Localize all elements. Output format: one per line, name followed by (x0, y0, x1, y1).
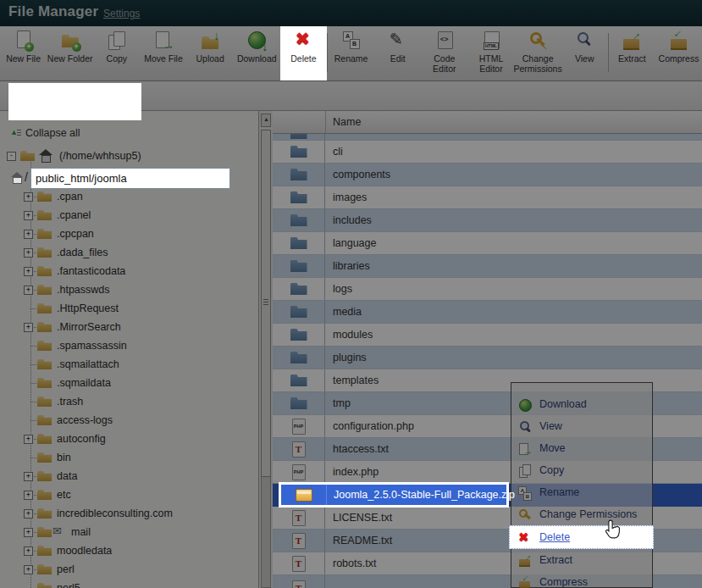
file-row[interactable]: modules (273, 324, 702, 347)
file-row[interactable]: plugins (273, 347, 702, 369)
toolbar-copy-button[interactable]: Copy (93, 26, 140, 80)
tree-expand-toggle[interactable] (24, 509, 33, 519)
sidebar-item[interactable]: .sqmaildata (0, 374, 258, 392)
sidebar-item[interactable]: .cpan (0, 187, 258, 206)
panel-splitter[interactable] (259, 111, 273, 588)
file-row[interactable]: media (273, 301, 702, 324)
toolbar-move-file-button[interactable]: Move File (140, 26, 186, 80)
folder-icon (290, 397, 307, 409)
move-icon (517, 441, 533, 456)
txt-icon (292, 441, 306, 458)
toolbar-code-editor-button[interactable]: Code Editor (421, 26, 467, 80)
sidebar-item[interactable]: .fantasticodata (0, 262, 258, 280)
tree-expand-toggle[interactable] (24, 323, 33, 332)
folder-icon (290, 169, 307, 180)
toolbar-edit-button[interactable]: Edit (374, 26, 421, 80)
sidebar-item[interactable]: .spamassassin (0, 336, 258, 355)
context-menu-item-compress[interactable]: Compress (511, 571, 652, 588)
sidebar-item[interactable]: bin (0, 448, 258, 467)
toolbar-html-editor-button[interactable]: HTML Editor (467, 26, 514, 80)
toolbar-change-permissions-button[interactable]: Change Permissions (515, 26, 561, 80)
sidebar-item[interactable]: .cpanel (0, 206, 258, 225)
sidebar-item[interactable]: moodledata (0, 541, 258, 560)
file-row[interactable]: includes (273, 209, 702, 232)
toolbar-button-label: Code Editor (421, 53, 467, 74)
file-name: language (325, 232, 376, 254)
collapse-all-button[interactable]: Collapse all (10, 127, 80, 139)
toolbar-upload-button[interactable]: Upload (187, 26, 234, 80)
tree-expand-toggle[interactable] (24, 286, 33, 295)
php-icon (292, 464, 306, 480)
file-name: LICENSE.txt (325, 507, 392, 529)
sidebar-item[interactable]: .cpcpan (0, 225, 258, 243)
toolbar-download-button[interactable]: Download (234, 26, 280, 80)
list-header[interactable]: Name (273, 111, 702, 134)
toolbar-new-file-button[interactable]: New File (0, 26, 47, 80)
highlight-box-selected-file[interactable]: Joomla_2.5.0-Stable-Full_Package.zip (279, 482, 509, 508)
context-menu-item-view[interactable]: View (511, 415, 652, 437)
sidebar-item[interactable]: .dada_files (0, 243, 258, 262)
context-menu-item-download[interactable]: Download (511, 393, 652, 415)
sidebar-item[interactable]: .MirrorSearch (0, 318, 258, 336)
sidebar-item[interactable]: .HttpRequest (0, 299, 258, 318)
tree-expand-toggle[interactable] (24, 528, 33, 537)
context-menu-item-delete[interactable]: Delete (509, 525, 654, 549)
tree-expand-toggle[interactable] (24, 546, 33, 556)
toolbar-delete-button[interactable]: Delete (280, 26, 327, 80)
scrollbar-track[interactable] (261, 477, 271, 588)
sidebar-item[interactable]: .htpasswds (0, 280, 258, 299)
tree-expand-toggle[interactable] (24, 211, 33, 220)
tree-root-item[interactable]: (/home/whhsup5) (0, 147, 258, 165)
tree-expand-toggle[interactable] (24, 192, 33, 202)
sidebar-item[interactable]: ✉mail (0, 523, 258, 541)
sidebar-item[interactable]: incredibleconsulting.com (0, 504, 258, 523)
file-row[interactable]: libraries (273, 255, 702, 278)
file-row[interactable]: language (273, 232, 702, 255)
context-menu-item-rename[interactable]: Rename (511, 481, 652, 503)
title-bar: File Manager Settings (0, 0, 702, 26)
file-row[interactable]: logs (273, 278, 702, 301)
file-icon-cell (281, 485, 327, 505)
file-row[interactable]: components (273, 164, 702, 186)
sidebar-item[interactable]: perl5 (0, 579, 258, 588)
tree-expand-toggle[interactable] (24, 248, 33, 258)
toolbar-extract-button[interactable]: Extract (609, 26, 655, 80)
path-input[interactable] (30, 168, 230, 189)
toolbar-new-folder-button[interactable]: New Folder (47, 26, 93, 80)
file-row[interactable]: cli (273, 141, 702, 164)
toolbar-rename-button[interactable]: Rename (328, 26, 374, 80)
toolbar-button-label: New Folder (47, 53, 93, 64)
new-folder-icon (59, 30, 81, 52)
sidebar-item[interactable]: access-logs (0, 411, 258, 430)
tree-collapse-toggle[interactable] (7, 152, 16, 161)
file-row[interactable] (273, 134, 702, 141)
sidebar-item[interactable]: data (0, 467, 258, 485)
sidebar-item[interactable]: .sqmailattach (0, 355, 258, 374)
splitter-handle[interactable] (261, 130, 271, 477)
scroll-up-button[interactable] (261, 114, 271, 127)
file-name: media (325, 301, 362, 323)
toolbar-view-button[interactable]: View (561, 26, 608, 80)
sidebar-item[interactable]: autoconfig (0, 430, 258, 448)
tree-expand-toggle[interactable] (24, 472, 33, 481)
context-menu-item-label: View (539, 420, 562, 432)
tree-expand-toggle[interactable] (24, 230, 33, 239)
context-menu-item-move[interactable]: Move (511, 437, 652, 459)
sidebar-item[interactable]: .trash (0, 392, 258, 411)
context-menu-item-change-permissions[interactable]: Change Permissions (511, 503, 652, 525)
sidebar-item[interactable]: etc (0, 485, 258, 504)
tree-expand-toggle[interactable] (24, 491, 33, 500)
path-root-slash: / (25, 170, 28, 184)
context-menu-item-extract[interactable]: Extract (511, 549, 652, 571)
context-menu-item-label: Move (539, 442, 566, 454)
settings-link[interactable]: Settings (103, 8, 140, 19)
toolbar-button-label: New File (6, 53, 41, 64)
context-menu-item-copy[interactable]: Copy (511, 459, 652, 481)
toolbar-compress-button[interactable]: Compress (655, 26, 702, 80)
sidebar-item[interactable]: perl (0, 560, 258, 579)
download-icon (246, 30, 268, 52)
tree-expand-toggle[interactable] (24, 435, 33, 444)
file-row[interactable]: images (273, 186, 702, 209)
tree-expand-toggle[interactable] (24, 267, 33, 276)
tree-expand-toggle[interactable] (24, 565, 33, 574)
